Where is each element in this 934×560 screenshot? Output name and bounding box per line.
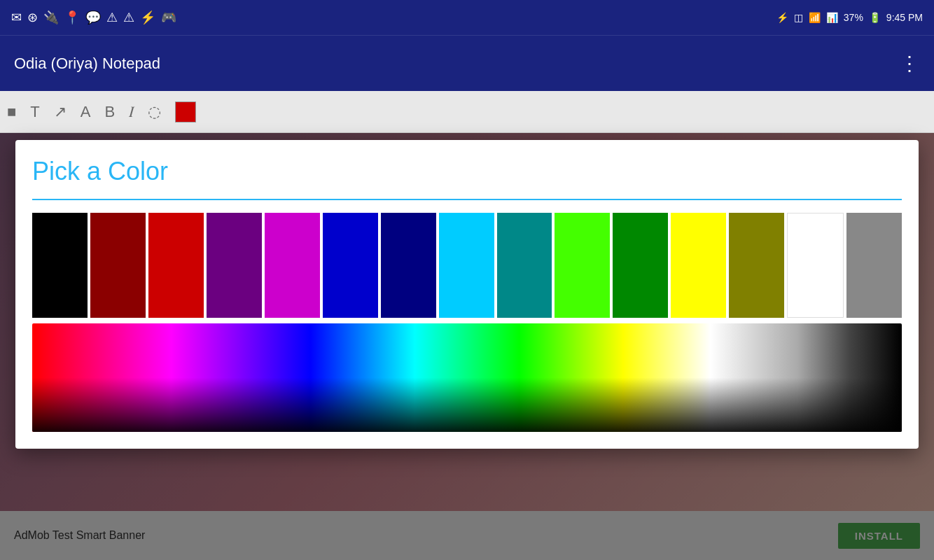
dialog-title: Pick a Color	[32, 157, 902, 186]
text-format-icon[interactable]: ■	[7, 103, 16, 121]
color-gradient-bar[interactable]	[32, 323, 902, 432]
bold-icon[interactable]: B	[104, 103, 115, 121]
status-bar: ✉ ⊛ 🔌 📍 💬 ⚠ ⚠ ⚡ 🎮 ⚡ ◫ 📶 📊 37% 🔋 9:45 PM	[0, 0, 934, 35]
swatch-yellow[interactable]	[671, 213, 726, 318]
color-swatches-row	[32, 213, 902, 318]
app-toolbar: Odia (Oriya) Notepad ⋮	[0, 35, 934, 91]
nfc-icon: ◫	[794, 12, 803, 23]
time-display: 9:45 PM	[886, 12, 923, 23]
app-content: Pick a Color	[0, 133, 934, 560]
font-icon[interactable]: A	[81, 103, 91, 121]
location-icon: 📍	[64, 11, 80, 24]
swatch-black[interactable]	[32, 213, 88, 318]
swatch-purple[interactable]	[207, 213, 262, 318]
editor-toolbar: ■ T ↗ A B 𝐼 ◌	[0, 91, 934, 133]
cursor-icon[interactable]: ↗	[54, 103, 67, 121]
swatch-red[interactable]	[148, 213, 204, 318]
dialog-divider	[32, 199, 902, 200]
color-picker-dialog: Pick a Color	[15, 140, 919, 449]
color-preview[interactable]	[175, 102, 196, 122]
swatch-magenta[interactable]	[265, 213, 320, 318]
warning-icon-2: ⚠	[123, 11, 134, 24]
swatch-navy[interactable]	[381, 213, 436, 318]
overflow-menu-button[interactable]: ⋮	[900, 52, 920, 75]
swatch-lime[interactable]	[555, 213, 610, 318]
italic-icon[interactable]: 𝐼	[129, 103, 134, 121]
text-type-icon[interactable]: T	[30, 103, 39, 121]
battery-icon: 🔌	[43, 11, 59, 24]
usb-icon: ⚡	[140, 11, 155, 24]
chat-icon: 💬	[85, 11, 101, 24]
battery-level-icon: 🔋	[869, 12, 881, 23]
bluetooth-icon: ⚡	[776, 12, 788, 23]
status-icons-left: ✉ ⊛ 🔌 📍 💬 ⚠ ⚠ ⚡ 🎮	[11, 11, 176, 24]
swatch-olive[interactable]	[729, 213, 784, 318]
signal-icon: 📊	[826, 12, 838, 23]
swatch-teal[interactable]	[497, 213, 552, 318]
pinterest-icon: ⊛	[27, 11, 38, 24]
swatch-cyan[interactable]	[439, 213, 494, 318]
swatch-dark-red[interactable]	[90, 213, 146, 318]
swatch-gray[interactable]	[846, 213, 902, 318]
underline-icon[interactable]: ◌	[148, 103, 161, 121]
app-title: Odia (Oriya) Notepad	[14, 55, 160, 73]
swatch-green[interactable]	[613, 213, 668, 318]
email-icon: ✉	[11, 11, 22, 24]
battery-percentage: 37%	[844, 12, 863, 23]
status-icons-right: ⚡ ◫ 📶 📊 37% 🔋 9:45 PM	[776, 12, 923, 23]
app-icon: 🎮	[161, 11, 176, 24]
swatch-white[interactable]	[787, 213, 844, 318]
warning-icon-1: ⚠	[106, 11, 118, 24]
wifi-icon: 📶	[809, 12, 821, 23]
swatch-dark-blue[interactable]	[323, 213, 378, 318]
dialog-overlay: Pick a Color	[0, 133, 934, 560]
gradient-layer	[32, 323, 902, 432]
